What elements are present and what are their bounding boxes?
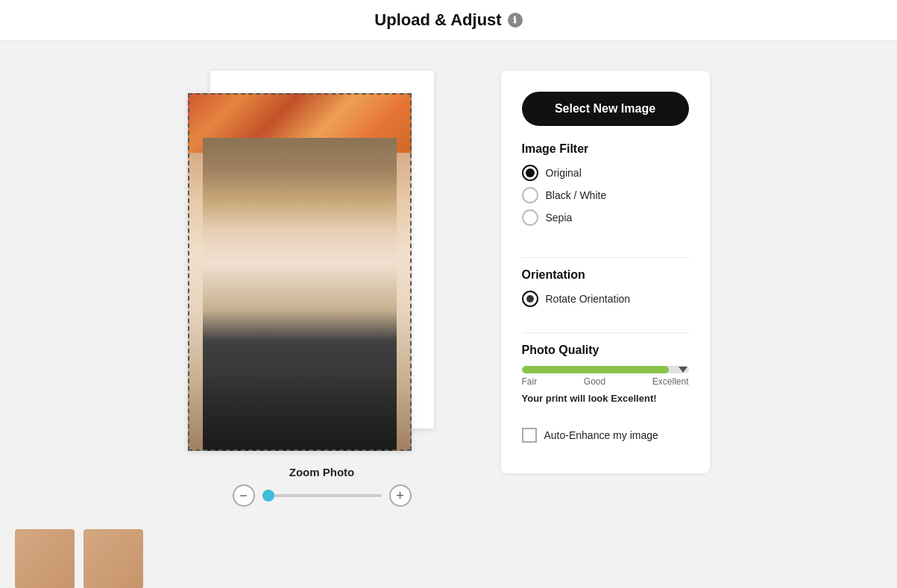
right-panel: Select New Image Image Filter Original B… [501,71,710,473]
zoom-label: Zoom Photo [289,466,354,478]
zoom-minus-button[interactable]: − [233,484,255,507]
select-image-button[interactable]: Select New Image [522,92,689,126]
quality-bar-fill [522,366,669,373]
zoom-slider-thumb[interactable] [262,490,274,502]
quality-label-excellent: Excellent [652,376,689,387]
photo-quality-section: Photo Quality Fair Good Excellent Your p… [522,344,689,416]
page-header: Upload & Adjust ℹ [0,0,897,41]
zoom-slider-track[interactable] [262,494,382,497]
rotate-inner [527,296,533,302]
rotate-orientation-label: Rotate Orientation [546,293,631,305]
divider-1 [522,257,689,258]
thumbnail-2[interactable] [84,529,143,588]
zoom-plus-button[interactable]: + [389,484,412,507]
auto-enhance-row[interactable]: Auto-Enhance my image [522,428,689,443]
image-filter-title: Image Filter [522,142,689,156]
orientation-section: Orientation Rotate Orientation [522,268,689,307]
orientation-title: Orientation [522,268,689,282]
thumbnail-1[interactable] [15,529,75,588]
quality-labels: Fair Good Excellent [522,376,689,387]
quality-bar-track [522,366,689,373]
quality-message: Your print will look Excellent! [522,393,689,404]
divider-2 [522,332,689,333]
info-icon[interactable]: ℹ [508,13,523,28]
filter-sepia-option[interactable]: Sepia [522,209,689,226]
auto-enhance-label: Auto-Enhance my image [544,429,658,441]
photo-frame-outer [188,71,456,451]
filter-sepia-label: Sepia [546,212,573,224]
zoom-section: Zoom Photo − + [233,466,412,507]
image-filter-section: Image Filter Original Black / White Sepi… [522,142,689,232]
filter-sepia-radio[interactable] [522,209,538,226]
photo-card-front[interactable] [188,93,412,451]
photo-area: Zoom Photo − + [188,71,456,507]
bottom-thumbnails [0,522,897,588]
filter-original-radio[interactable] [522,165,538,181]
main-content: Zoom Photo − + Select New Image Image Fi… [0,41,897,522]
page-title: Upload & Adjust [374,10,501,30]
quality-bar-container [522,366,689,373]
filter-bw-option[interactable]: Black / White [522,187,689,203]
person-figure [203,138,397,451]
zoom-controls: − + [233,484,412,507]
quality-label-good: Good [584,376,605,387]
filter-original-label: Original [546,167,582,179]
rotate-orientation-radio[interactable] [522,291,538,307]
quality-bar-indicator [679,367,687,373]
photo-quality-title: Photo Quality [522,344,689,357]
photo-placeholder [188,93,412,451]
filter-bw-radio[interactable] [522,187,538,203]
rotate-orientation-option[interactable]: Rotate Orientation [522,291,689,307]
auto-enhance-checkbox[interactable] [522,428,537,443]
quality-label-fair: Fair [522,376,538,387]
filter-original-option[interactable]: Original [522,165,689,181]
filter-bw-label: Black / White [546,189,607,201]
